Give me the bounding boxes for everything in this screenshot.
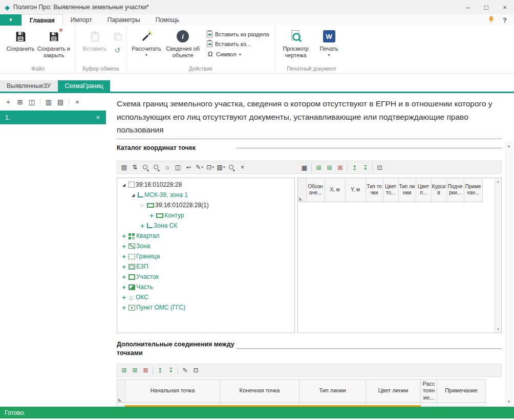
maximize-button[interactable]: □ <box>477 0 496 14</box>
sidebar-item-1[interactable]: 1. × <box>0 110 106 124</box>
checkbox-icon[interactable] <box>128 182 135 188</box>
copy-coordinates-button[interactable]: ◫ <box>173 162 183 173</box>
col-point-type[interactable]: Тип точки <box>366 178 383 202</box>
distance-cell[interactable] <box>421 403 437 406</box>
move-row-up-button[interactable]: ↥ <box>349 162 360 173</box>
doc-tab-vyyavlennye-zu[interactable]: ВыявленныеЗУ <box>0 80 57 92</box>
insert-row-below-button[interactable]: ⊞ <box>324 162 335 173</box>
object-info-button[interactable]: i Сведения об объекте <box>162 27 203 59</box>
renumber-points-button[interactable]: ⇅ <box>130 162 140 173</box>
line-type-dropdown[interactable]: ⊡▾ <box>205 162 216 173</box>
paste-item-button[interactable]: ▤ <box>55 97 66 107</box>
plus-icon[interactable]: + <box>120 253 127 260</box>
tree-node-add-oms[interactable]: + Пункт ОМС (ГГС) <box>117 302 294 313</box>
plus-icon[interactable]: + <box>120 294 127 301</box>
col-line-type[interactable]: Тип линии <box>299 379 366 403</box>
expander-icon[interactable]: ◢ <box>120 183 127 187</box>
delete-row-button[interactable]: ⊠ <box>140 365 151 375</box>
save-button[interactable]: Сохранить <box>5 27 36 52</box>
row-selector-cell[interactable] <box>117 403 125 406</box>
plus-icon[interactable]: + <box>120 304 127 312</box>
tree-node-add-granica[interactable]: + Граница <box>117 251 294 261</box>
tree-node-parcel[interactable]: ◢ 39:16:010228:28 <box>117 180 294 190</box>
preview-drawing-button[interactable]: Просмотр чертежа <box>279 27 313 59</box>
close-item-icon[interactable]: × <box>96 114 100 121</box>
tab-parametry[interactable]: Параметры <box>100 14 148 26</box>
col-line-type[interactable]: Тип линии <box>398 178 416 202</box>
find-point-button[interactable] <box>140 162 151 173</box>
line-type-cell[interactable] <box>299 403 366 406</box>
insert-from-section-button[interactable]: Вставить из раздела <box>205 30 271 38</box>
tree-structure-button[interactable]: ▤ <box>119 162 130 173</box>
table-settings-button[interactable]: ▦ <box>299 162 310 173</box>
clear-filter-button[interactable]: × <box>237 162 248 173</box>
col-start-point[interactable]: Начальная точка <box>125 379 220 403</box>
add-item-button[interactable]: + <box>3 97 13 107</box>
save-and-close-button[interactable]: × Сохранить и закрыть <box>36 27 71 59</box>
scroll-up-icon[interactable]: ▲ <box>497 180 500 183</box>
line-color-dropdown[interactable]: ▧▾ <box>216 162 226 173</box>
calculate-dropdown-icon[interactable]: ▾ <box>145 53 147 57</box>
end-point-cell[interactable] <box>220 403 299 406</box>
move-row-down-button[interactable]: ↧ <box>165 365 176 375</box>
zoom-to-point-button[interactable] <box>226 162 237 173</box>
point-type-dropdown[interactable]: ▪▾ <box>183 162 194 173</box>
tree-node-contour-1[interactable]: ▷ 39:16:010228:28(1) <box>117 200 294 210</box>
move-row-up-button[interactable]: ↥ <box>155 365 165 375</box>
col-note[interactable]: Примечан... <box>464 178 482 202</box>
copy-item-button[interactable]: ▥ <box>44 97 54 107</box>
configure-connections-button[interactable]: ✎ <box>180 365 190 375</box>
print-dropdown-icon[interactable]: ▾ <box>328 53 330 57</box>
scroll-down-icon[interactable]: ▼ <box>507 400 511 404</box>
scroll-down-icon[interactable]: ▼ <box>497 327 500 331</box>
line-color-cell[interactable] <box>366 403 421 406</box>
tab-pomosch[interactable]: Помощь <box>148 14 187 26</box>
minimize-button[interactable]: – <box>459 0 477 14</box>
plus-icon[interactable]: + <box>120 273 127 281</box>
add-subitem-button[interactable]: ⊞ <box>15 97 25 107</box>
plus-icon[interactable]: + <box>120 232 127 240</box>
calculate-button[interactable]: Рассчитать ▾ <box>131 27 162 57</box>
tree-node-crs[interactable]: ◢ МСК-39, зона 1 <box>117 190 294 200</box>
col-end-point[interactable]: Конечная точка <box>220 379 299 403</box>
duplicate-item-button[interactable]: ◫ <box>27 97 37 107</box>
move-row-down-button[interactable]: ↧ <box>360 162 371 173</box>
bell-icon[interactable] <box>487 15 495 25</box>
tree-node-add-ezp[interactable]: + ЕЗП <box>117 261 294 272</box>
show-on-plan-button[interactable]: ⌂ <box>162 162 173 173</box>
insert-row-above-button[interactable]: ⊞ <box>313 162 324 173</box>
undo-button[interactable]: ↺ <box>112 45 123 55</box>
col-line-color[interactable]: Цвет л... <box>416 178 431 202</box>
col-point-color[interactable]: Цвет то... <box>383 178 398 202</box>
scroll-up-icon[interactable]: ▲ <box>507 144 511 148</box>
tree-node-add-kvartal[interactable]: + Квартал <box>117 231 294 241</box>
plus-icon[interactable]: + <box>120 283 127 291</box>
expander-icon[interactable]: ◢ <box>130 193 137 197</box>
main-scrollbar[interactable]: ▲ ▼ <box>505 142 512 406</box>
tree-node-add-zona[interactable]: + Зона <box>117 241 294 251</box>
delete-item-button[interactable]: × <box>72 97 82 107</box>
col-y[interactable]: Y, м <box>345 178 366 202</box>
grid-scrollbar[interactable]: ▲ ▼ <box>495 178 501 333</box>
tree-node-add-oks[interactable]: + ⌂ ОКС <box>117 292 294 302</box>
tab-glavnaya[interactable]: Главная <box>22 14 63 26</box>
delete-row-button[interactable]: ⊠ <box>335 162 346 173</box>
tree-node-add-uchastok[interactable]: + Участок <box>117 272 294 282</box>
row-selector-header[interactable] <box>298 178 306 202</box>
col-italic[interactable]: Курсив <box>431 178 446 202</box>
col-x[interactable]: X, м <box>325 178 345 202</box>
col-line-color[interactable]: Цвет линии <box>366 379 421 403</box>
note-cell[interactable] <box>437 403 486 406</box>
tab-import[interactable]: Импорт <box>63 14 100 26</box>
help-button[interactable]: ? <box>503 16 507 24</box>
insert-row-below-button[interactable]: ⊞ <box>130 365 140 375</box>
col-oboznachenie[interactable]: Обозначе... <box>306 178 325 202</box>
plus-icon[interactable]: + <box>120 242 127 250</box>
tree-node-add-chast[interactable]: + Часть <box>117 282 294 292</box>
plus-icon[interactable]: + <box>120 263 127 271</box>
col-distance[interactable]: Расстояние... <box>421 379 437 403</box>
paste-button[interactable]: Вставить <box>79 27 111 52</box>
point-color-dropdown[interactable]: ✎▾ <box>194 162 205 173</box>
app-menu-button[interactable]: ▼ <box>0 14 22 26</box>
tree-node-add-contour[interactable]: + Контур <box>117 210 294 220</box>
